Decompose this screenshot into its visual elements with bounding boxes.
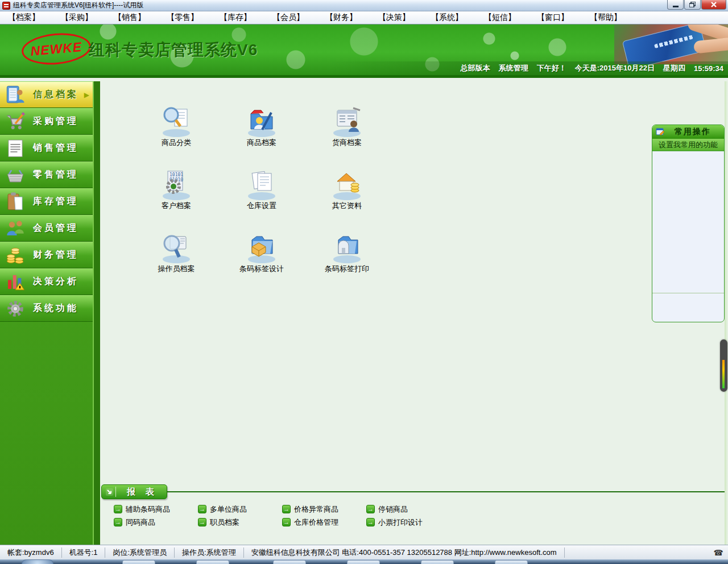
taskbar-button[interactable] bbox=[347, 560, 380, 564]
module-客户档案[interactable]: 1010101010 客户档案 bbox=[136, 168, 216, 231]
reports-header-button[interactable]: 报 表 bbox=[101, 484, 167, 499]
quick-panel-title: 常用操作 bbox=[665, 127, 721, 137]
sidebar-item-零售管理[interactable]: 零售管理 bbox=[0, 161, 93, 188]
quick-panel-header: 常用操作 bbox=[652, 125, 724, 139]
menu-item-3[interactable]: 【销售】 bbox=[109, 13, 150, 23]
menu-item-11[interactable]: 【窗口】 bbox=[532, 13, 573, 23]
banner-info-segment: 系统管理 bbox=[499, 63, 528, 73]
report-link-辅助条码商品[interactable]: → 辅助条码商品 bbox=[114, 504, 198, 515]
report-link-label: 小票打印设计 bbox=[378, 517, 423, 528]
module-label: 条码标签打印 bbox=[325, 264, 369, 274]
taskbar-button[interactable] bbox=[421, 560, 454, 564]
green-arrow-icon: → bbox=[282, 505, 291, 513]
taskbar-button[interactable] bbox=[495, 560, 528, 564]
purchase-cart-icon bbox=[5, 111, 26, 132]
header-banner: NEWKE 纽科专卖店管理系统V6 总部版本系统管理下午好！今天是:2015年1… bbox=[0, 24, 728, 78]
menu-item-2[interactable]: 【采购】 bbox=[56, 13, 97, 23]
report-link-label: 职员档案 bbox=[210, 517, 239, 528]
menu-item-9[interactable]: 【系统】 bbox=[427, 13, 468, 23]
quick-panel-body bbox=[652, 151, 724, 322]
sidebar-item-库存管理[interactable]: 库存管理 bbox=[0, 188, 93, 215]
report-link-小票打印设计[interactable]: → 小票打印设计 bbox=[366, 517, 450, 528]
menu-item-10[interactable]: 【短信】 bbox=[479, 13, 520, 23]
green-arrow-icon: → bbox=[198, 505, 206, 513]
module-其它资料[interactable]: 其它资料 bbox=[307, 168, 387, 231]
menu-item-4[interactable]: 【零售】 bbox=[162, 13, 203, 23]
slider-level-bar bbox=[722, 360, 725, 388]
sidebar-item-销售管理[interactable]: 销售管理 bbox=[0, 135, 93, 161]
green-arrow-icon: → bbox=[114, 505, 122, 513]
module-仓库设置[interactable]: 仓库设置 bbox=[222, 168, 301, 231]
minimize-button[interactable] bbox=[667, 0, 684, 10]
report-link-同码商品[interactable]: → 同码商品 bbox=[114, 517, 198, 528]
app-logo-icon bbox=[2, 2, 10, 10]
menu-item-7[interactable]: 【财务】 bbox=[321, 13, 362, 23]
reports-header-label: 报 表 bbox=[116, 487, 167, 497]
module-操作员档案[interactable]: 操作员档案 bbox=[136, 231, 216, 294]
quick-panel-separator bbox=[652, 293, 724, 293]
menu-item-6[interactable]: 【会员】 bbox=[268, 13, 309, 23]
start-button[interactable] bbox=[22, 559, 53, 564]
window-edit-icon bbox=[656, 127, 665, 136]
sidebar-item-采购管理[interactable]: 采购管理 bbox=[0, 108, 93, 135]
report-link-label: 多单位商品 bbox=[210, 504, 247, 515]
members-icon bbox=[5, 218, 26, 239]
menu-item-12[interactable]: 【帮助】 bbox=[585, 13, 626, 23]
sidebar-item-信息档案[interactable]: 信息档案 ▶ bbox=[0, 81, 93, 108]
module-条码标签设计[interactable]: 条码标签设计 bbox=[222, 231, 301, 294]
module-商品档案[interactable]: 商品档案 bbox=[222, 105, 301, 168]
taskbar-button[interactable] bbox=[273, 560, 306, 564]
banner-info-segment: 下午好！ bbox=[537, 63, 566, 73]
setup-favorites-button[interactable]: 设置我常用的功能 bbox=[652, 139, 724, 151]
sidebar-item-会员管理[interactable]: 会员管理 bbox=[0, 215, 93, 242]
report-link-label: 仓库价格管理 bbox=[294, 517, 338, 528]
report-link-价格异常商品[interactable]: → 价格异常商品 bbox=[282, 504, 366, 515]
report-link-多单位商品[interactable]: → 多单位商品 bbox=[198, 504, 282, 515]
retail-basket-icon bbox=[5, 164, 26, 186]
sidebar-item-系统功能[interactable]: 系统功能 bbox=[0, 295, 93, 322]
module-货商档案[interactable]: 货商档案 bbox=[307, 105, 387, 168]
sidebar-item-label: 财务管理 bbox=[33, 249, 78, 261]
menu-item-5[interactable]: 【库存】 bbox=[215, 13, 256, 23]
status-bar: 帐套:byzmdv6机器号:1岗位:系统管理员操作员:系统管理安徽纽科信息科技有… bbox=[0, 545, 728, 559]
menu-item-1[interactable]: 【档案】 bbox=[3, 13, 44, 23]
green-arrow-icon: → bbox=[198, 518, 206, 526]
barcode-print-icon bbox=[330, 231, 363, 264]
edge-slider-widget[interactable] bbox=[720, 339, 727, 392]
sidebar-item-label: 零售管理 bbox=[33, 169, 78, 181]
sidebar-item-财务管理[interactable]: 财务管理 bbox=[0, 242, 93, 268]
windows-taskbar[interactable] bbox=[0, 559, 728, 564]
decision-chart-icon bbox=[5, 271, 26, 293]
banner-info-segment: 15:59:34 bbox=[694, 64, 723, 73]
report-links-grid: → 辅助条码商品 → 多单位商品 → 价格异常商品 → 停销商品 → 同码商品 … bbox=[114, 503, 450, 529]
close-button[interactable] bbox=[701, 0, 726, 10]
menu-item-8[interactable]: 【决策】 bbox=[374, 13, 415, 23]
taskbar-button[interactable] bbox=[196, 560, 229, 564]
sidebar-item-label: 库存管理 bbox=[33, 196, 78, 208]
report-link-职员档案[interactable]: → 职员档案 bbox=[198, 517, 282, 528]
status-segment-1: 帐套:byzmdv6 bbox=[0, 548, 62, 558]
operator-archive-icon bbox=[160, 231, 193, 264]
warehouse-setup-icon bbox=[245, 168, 278, 201]
diagonal-arrow-icon bbox=[104, 487, 116, 497]
sidebar-nav: 信息档案 ▶ 采购管理 销售管理 零售管理 库存管理 会员管理 财务管理 决策分… bbox=[0, 81, 93, 545]
sales-doc-icon bbox=[5, 138, 26, 159]
green-arrow-icon: → bbox=[366, 518, 375, 526]
module-商品分类[interactable]: 商品分类 bbox=[136, 105, 216, 168]
sidebar-item-label: 会员管理 bbox=[33, 222, 78, 234]
report-link-仓库价格管理[interactable]: → 仓库价格管理 bbox=[282, 517, 366, 528]
banner-status-line: 总部版本系统管理下午好！今天是:2015年10月22日星期四15:59:34 bbox=[0, 61, 728, 75]
status-segment-4: 操作员:系统管理 bbox=[175, 548, 244, 558]
report-link-label: 停销商品 bbox=[378, 504, 408, 515]
report-link-label: 辅助条码商品 bbox=[126, 504, 170, 515]
green-arrow-icon: → bbox=[366, 505, 375, 513]
system-gear-icon bbox=[5, 298, 26, 320]
taskbar-button[interactable] bbox=[122, 560, 155, 564]
sidebar-item-label: 销售管理 bbox=[33, 142, 78, 154]
module-条码标签打印[interactable]: 条码标签打印 bbox=[307, 231, 387, 294]
report-link-停销商品[interactable]: → 停销商品 bbox=[366, 504, 450, 515]
product-archive-icon bbox=[245, 105, 278, 138]
sidebar-item-决策分析[interactable]: 决策分析 bbox=[0, 268, 93, 295]
restore-button[interactable] bbox=[684, 0, 701, 10]
supplier-archive-icon bbox=[330, 105, 363, 138]
